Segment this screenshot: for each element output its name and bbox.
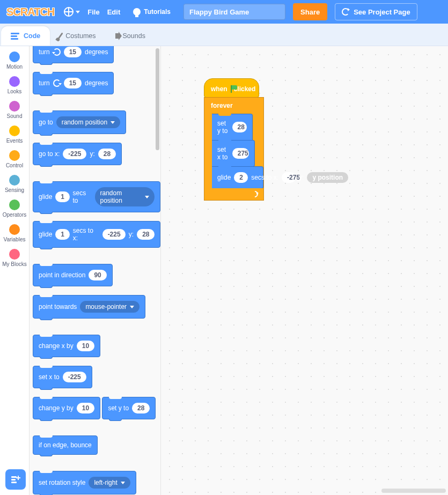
workspace-scrollbar[interactable] [381,489,446,493]
category-color-icon [9,150,20,161]
category-label: Motion [6,64,23,70]
edit-menu[interactable]: Edit [107,8,121,16]
tab-costumes[interactable]: Costumes [50,26,105,46]
see-project-label: See Project Page [354,8,410,16]
category-color-icon [9,76,20,87]
block-turn-ccw[interactable]: turn 15 degrees [33,72,114,94]
block-forever[interactable]: forever set y to 28 set x to 275 [204,97,264,201]
script-workspace[interactable]: when clicked forever set y to 28 [161,46,448,495]
block-point-towards[interactable]: point towards mouse-pointer [33,295,145,319]
category-looks[interactable]: Looks [0,73,29,98]
category-control[interactable]: Control [0,147,29,172]
block-label: secs to x: [73,227,99,242]
block-change-y[interactable]: change y by 10 [33,397,100,419]
block-dropdown[interactable]: left-right [89,477,130,489]
see-project-button[interactable]: See Project Page [335,3,417,20]
svg-rect-0 [11,476,17,478]
block-glide-menu[interactable]: glide 1 secs to random position [33,181,160,212]
block-input[interactable]: 90 [89,270,106,280]
tab-sounds[interactable]: Sounds [106,26,155,46]
category-motion[interactable]: Motion [0,48,29,73]
block-set-y-script[interactable]: set y to 28 [212,114,253,141]
language-menu[interactable] [64,7,80,17]
project-title-input[interactable] [183,4,285,20]
category-color-icon [9,51,20,62]
category-color-icon [9,249,20,260]
block-label: set x to [39,373,60,381]
block-rotation-style[interactable]: set rotation style left-right [33,471,136,494]
block-turn-cw[interactable]: turn 15 degrees [33,46,114,63]
scratch-logo[interactable]: SCRATCH [4,6,56,18]
block-set-x[interactable]: set x to -225 [33,366,92,388]
globe-icon [64,7,74,17]
block-label: change x by [39,342,74,350]
reporter-slot[interactable]: y position [307,172,348,183]
block-set-x-script[interactable]: set x to 275 [212,140,255,167]
block-glide-xy[interactable]: glide 1 secs to x: -225 y: 28 [33,221,160,248]
turn-ccw-icon [53,79,61,87]
block-label: turn [39,79,50,87]
block-input[interactable]: 28 [132,403,150,413]
block-label: go to x: [39,150,60,158]
block-input[interactable]: 28 [98,149,116,159]
block-input[interactable]: -225 [102,229,126,240]
block-label: secs to x: [251,174,278,181]
category-my-blocks[interactable]: My Blocks [0,246,29,270]
category-sound[interactable]: Sound [0,98,29,122]
block-input[interactable]: 15 [64,78,82,88]
loop-arrow-icon [251,190,260,199]
block-input[interactable]: 1 [55,191,69,202]
caret-down-icon [76,11,80,13]
category-color-icon [9,200,20,210]
block-input[interactable]: 10 [77,403,94,413]
bulb-icon [133,8,141,16]
category-label: Sound [7,113,23,119]
palette-scrollbar[interactable] [156,48,159,150]
block-glide-script[interactable]: glide 2 secs to x: -275 y: y position [212,166,263,189]
file-menu[interactable]: File [87,8,99,16]
share-button[interactable]: Share [293,3,327,20]
block-input[interactable]: 28 [232,122,247,132]
block-edge-bounce[interactable]: if on edge, bounce [33,435,98,455]
block-input[interactable]: 10 [77,341,94,351]
block-goto-menu[interactable]: go to random position [33,110,126,134]
blocks-plus-icon [10,474,21,485]
block-input[interactable]: 28 [137,229,155,240]
block-set-y[interactable]: set y to 28 [102,397,156,419]
block-when-flag-clicked[interactable]: when clicked [204,78,259,98]
block-goto-xy[interactable]: go to x: -225 y: 28 [33,143,122,165]
block-input[interactable]: -225 [63,372,86,382]
block-dropdown[interactable]: random position [95,187,155,206]
block-input[interactable]: 15 [64,47,82,57]
menu-bar: SCRATCH File Edit Tutorials Share See Pr… [0,0,448,24]
block-input[interactable]: 275 [232,148,249,159]
category-column: MotionLooksSoundEventsControlSensingOper… [0,46,30,495]
category-operators[interactable]: Operators [0,196,29,221]
block-input[interactable]: 2 [234,172,248,183]
category-sensing[interactable]: Sensing [0,172,29,196]
category-label: Looks [8,88,22,94]
block-point-direction[interactable]: point in direction 90 [33,264,113,286]
block-label: point towards [39,303,77,311]
block-input[interactable]: 1 [55,229,69,240]
block-input[interactable]: -225 [63,149,86,159]
tab-code[interactable]: Code [1,26,50,46]
extension-button[interactable] [5,469,26,490]
category-color-icon [9,101,20,112]
block-label: glide [39,231,52,238]
block-change-x[interactable]: change x by 10 [33,335,100,357]
code-icon [11,33,19,40]
script-stack[interactable]: when clicked forever set y to 28 [204,78,264,201]
tutorials-button[interactable]: Tutorials [128,5,176,19]
block-input[interactable]: -275 [282,172,296,183]
block-label: point in direction [39,271,85,279]
block-dropdown[interactable]: random position [56,116,120,128]
block-dropdown[interactable]: mouse-pointer [80,301,139,313]
block-label: set rotation style [39,479,85,486]
category-variables[interactable]: Variables [0,221,29,246]
block-label: forever [211,102,233,109]
svg-rect-2 [11,482,17,483]
category-events[interactable]: Events [0,122,29,147]
category-label: Events [6,138,23,144]
dropdown-label: left-right [94,479,117,486]
